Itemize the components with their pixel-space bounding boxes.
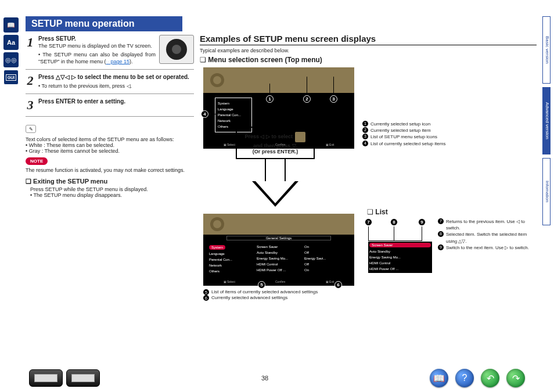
marker-2: 2 bbox=[303, 95, 311, 103]
marker-9: 9 bbox=[418, 218, 426, 226]
tab-advanced[interactable]: Advanced version bbox=[542, 87, 551, 154]
page-title: SETUP menu operation bbox=[26, 16, 182, 31]
down-arrow-icon bbox=[252, 159, 298, 208]
divider bbox=[26, 93, 194, 94]
left-icon-rail: 📖 Aa ◎◎ GUI bbox=[3, 17, 22, 85]
general-settings-label: General Settings bbox=[226, 236, 331, 240]
aa-icon[interactable]: Aa bbox=[3, 35, 19, 50]
col3: On Off Energy Savi... Off On bbox=[304, 244, 348, 274]
back-button[interactable]: ↶ bbox=[481, 369, 499, 387]
exiting-line-2: • The SETUP menu display disappears. bbox=[30, 192, 122, 198]
page-ref-link[interactable]: ☞page 15 bbox=[106, 59, 129, 64]
book-button[interactable]: 📖 bbox=[430, 369, 448, 387]
reel-icon[interactable]: ◎◎ bbox=[3, 52, 19, 67]
legend-7: Returns to the previous item. Use ◁ to s… bbox=[446, 218, 537, 231]
right-tab-bar: Basic version Advanced version Infomatio… bbox=[542, 16, 551, 225]
legend-6: Currently selected advanced settings bbox=[211, 295, 287, 301]
general-settings-screenshot: General Settings System Language Parenta… bbox=[203, 214, 354, 301]
tab-basic[interactable]: Basic version bbox=[542, 16, 551, 84]
marker-3: 3 bbox=[330, 95, 337, 103]
resume-text: The resume function is activated, you ma… bbox=[26, 167, 194, 173]
legend-8: Selected item. Switch the selected item … bbox=[446, 231, 537, 244]
help-button[interactable]: ? bbox=[455, 369, 474, 387]
legend-1: Currently selected setup icon bbox=[370, 121, 430, 127]
legend-4: List of currently selected setup items bbox=[370, 141, 445, 147]
examples-heading: Examples of SETUP menu screen displays bbox=[200, 34, 537, 45]
gui-icon[interactable]: GUI bbox=[3, 70, 19, 85]
step-1-bullet: The SETUP menu can also be displayed fro… bbox=[38, 52, 156, 64]
arrow-callout: Press ◁ ▷ to select and then press ▽. (O… bbox=[200, 127, 351, 208]
legend-num-2: 2 bbox=[362, 127, 368, 133]
exiting-line-1: Press SETUP while the SETUP menu is disp… bbox=[30, 186, 148, 192]
page-number: 38 bbox=[261, 375, 268, 382]
gear-icon bbox=[210, 217, 224, 231]
note-badge: NOTE bbox=[26, 157, 48, 165]
colors-note-white: • White : These items can be selected. bbox=[26, 142, 114, 148]
marker-6: 6 bbox=[334, 281, 342, 289]
step-1-bullet-end: ). bbox=[129, 59, 133, 64]
colors-note-intro: Text colors of selected items of the SET… bbox=[26, 136, 174, 142]
pencil-icon: ✎ bbox=[26, 125, 36, 133]
step-1-body: The SETUP menu is displayed on the TV sc… bbox=[38, 43, 152, 49]
gear-icon bbox=[210, 73, 224, 87]
book-icon[interactable]: 📖 bbox=[3, 17, 19, 33]
colors-note-gray: • Gray : These items cannot be selected. bbox=[26, 148, 120, 154]
tab-information[interactable]: Infomation bbox=[542, 158, 551, 225]
legend-9: Switch to the next item. Use ▷ to switch… bbox=[446, 244, 529, 251]
list-heading: List bbox=[367, 208, 388, 216]
arrow-line-1: Press ◁ ▷ to select bbox=[244, 134, 293, 139]
menu-selection-heading: Menu selection screen (Top menu) bbox=[200, 56, 537, 64]
legend-5: List of items of currently selected adva… bbox=[211, 289, 318, 295]
col2: Screen Saver Auto Standby Energy Saving … bbox=[257, 244, 301, 274]
legend-2: Currently selected setup item bbox=[370, 127, 431, 134]
marker-4: 4 bbox=[201, 110, 208, 118]
arrow-line-3: (Or press ENTER.) bbox=[253, 149, 298, 154]
legend-num-1: 1 bbox=[362, 121, 368, 127]
forward-button[interactable]: ↷ bbox=[506, 369, 525, 387]
marker-5: 5 bbox=[258, 281, 265, 289]
examples-sub: Typical examples are described below. bbox=[200, 48, 537, 53]
footer: 38 📖 ? ↶ ↷ bbox=[0, 369, 554, 387]
arrow-line-2: and then press ▽. bbox=[253, 143, 297, 149]
legend-num-3: 3 bbox=[362, 134, 368, 139]
legend-num-4: 4 bbox=[362, 141, 368, 146]
step-1-head: Press SETUP. bbox=[38, 35, 76, 42]
device-button-2[interactable] bbox=[66, 369, 100, 387]
step-2-bullet: To return to the previous item, press ◁. bbox=[42, 83, 132, 89]
gear-square-icon bbox=[294, 131, 306, 143]
marker-7: 7 bbox=[365, 218, 372, 226]
list-box: Screen Saver Auto Standby Energy Saving … bbox=[368, 242, 432, 273]
step-1-number: 1 bbox=[26, 35, 35, 66]
divider bbox=[26, 69, 194, 70]
remote-illustration bbox=[159, 35, 194, 64]
step-3-number: 3 bbox=[26, 98, 35, 113]
device-button-1[interactable] bbox=[29, 369, 63, 387]
step-3-head: Press ENTER to enter a setting. bbox=[38, 98, 125, 105]
legend-3: List of SETUP menu setup icons bbox=[370, 134, 437, 140]
marker-8: 8 bbox=[390, 218, 398, 226]
step-2-number: 2 bbox=[26, 73, 35, 90]
divider bbox=[26, 116, 194, 117]
exiting-title: ❏ Exiting the SETUP menu bbox=[26, 178, 194, 185]
step-2-head: Press △▽◁ ▷ to select the menu to be set… bbox=[38, 74, 189, 80]
col1: System Language Parental Con... Network … bbox=[209, 244, 253, 274]
marker-1: 1 bbox=[266, 95, 274, 103]
